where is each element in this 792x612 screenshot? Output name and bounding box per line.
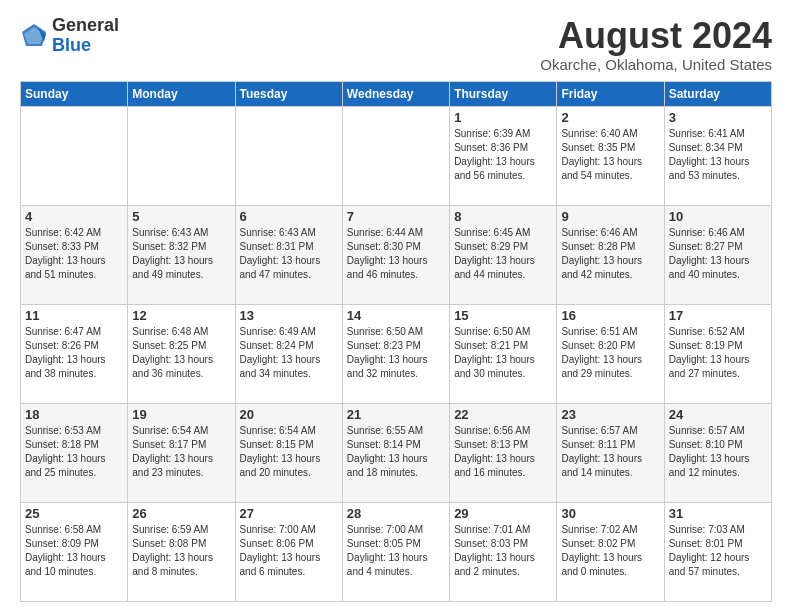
logo: General Blue	[20, 16, 119, 56]
day-info: Sunrise: 6:56 AM Sunset: 8:13 PM Dayligh…	[454, 424, 552, 480]
day-info: Sunrise: 6:55 AM Sunset: 8:14 PM Dayligh…	[347, 424, 445, 480]
day-number: 25	[25, 506, 123, 521]
day-number: 5	[132, 209, 230, 224]
calendar-body: 1Sunrise: 6:39 AM Sunset: 8:36 PM Daylig…	[21, 106, 772, 601]
day-number: 23	[561, 407, 659, 422]
weekday-header-sunday: Sunday	[21, 81, 128, 106]
calendar-cell: 6Sunrise: 6:43 AM Sunset: 8:31 PM Daylig…	[235, 205, 342, 304]
calendar-cell	[21, 106, 128, 205]
header: General Blue August 2024 Okarche, Oklaho…	[20, 16, 772, 73]
calendar-cell: 4Sunrise: 6:42 AM Sunset: 8:33 PM Daylig…	[21, 205, 128, 304]
day-info: Sunrise: 6:49 AM Sunset: 8:24 PM Dayligh…	[240, 325, 338, 381]
day-number: 13	[240, 308, 338, 323]
calendar-cell: 20Sunrise: 6:54 AM Sunset: 8:15 PM Dayli…	[235, 403, 342, 502]
calendar-cell: 18Sunrise: 6:53 AM Sunset: 8:18 PM Dayli…	[21, 403, 128, 502]
day-info: Sunrise: 6:57 AM Sunset: 8:10 PM Dayligh…	[669, 424, 767, 480]
day-number: 8	[454, 209, 552, 224]
week-row-5: 25Sunrise: 6:58 AM Sunset: 8:09 PM Dayli…	[21, 502, 772, 601]
calendar-cell: 25Sunrise: 6:58 AM Sunset: 8:09 PM Dayli…	[21, 502, 128, 601]
calendar-cell: 10Sunrise: 6:46 AM Sunset: 8:27 PM Dayli…	[664, 205, 771, 304]
day-number: 14	[347, 308, 445, 323]
weekday-header-monday: Monday	[128, 81, 235, 106]
day-info: Sunrise: 6:40 AM Sunset: 8:35 PM Dayligh…	[561, 127, 659, 183]
calendar-cell: 11Sunrise: 6:47 AM Sunset: 8:26 PM Dayli…	[21, 304, 128, 403]
calendar-cell	[342, 106, 449, 205]
weekday-header-wednesday: Wednesday	[342, 81, 449, 106]
day-number: 21	[347, 407, 445, 422]
calendar-cell: 29Sunrise: 7:01 AM Sunset: 8:03 PM Dayli…	[450, 502, 557, 601]
day-info: Sunrise: 6:48 AM Sunset: 8:25 PM Dayligh…	[132, 325, 230, 381]
main-title: August 2024	[540, 16, 772, 56]
day-info: Sunrise: 6:59 AM Sunset: 8:08 PM Dayligh…	[132, 523, 230, 579]
day-number: 6	[240, 209, 338, 224]
calendar-cell: 5Sunrise: 6:43 AM Sunset: 8:32 PM Daylig…	[128, 205, 235, 304]
calendar-header: SundayMondayTuesdayWednesdayThursdayFrid…	[21, 81, 772, 106]
day-info: Sunrise: 6:39 AM Sunset: 8:36 PM Dayligh…	[454, 127, 552, 183]
day-info: Sunrise: 7:00 AM Sunset: 8:06 PM Dayligh…	[240, 523, 338, 579]
calendar-cell	[235, 106, 342, 205]
calendar-cell: 23Sunrise: 6:57 AM Sunset: 8:11 PM Dayli…	[557, 403, 664, 502]
day-number: 1	[454, 110, 552, 125]
day-number: 4	[25, 209, 123, 224]
weekday-row: SundayMondayTuesdayWednesdayThursdayFrid…	[21, 81, 772, 106]
calendar-cell: 14Sunrise: 6:50 AM Sunset: 8:23 PM Dayli…	[342, 304, 449, 403]
calendar-cell: 21Sunrise: 6:55 AM Sunset: 8:14 PM Dayli…	[342, 403, 449, 502]
day-info: Sunrise: 6:58 AM Sunset: 8:09 PM Dayligh…	[25, 523, 123, 579]
day-number: 2	[561, 110, 659, 125]
day-info: Sunrise: 6:46 AM Sunset: 8:27 PM Dayligh…	[669, 226, 767, 282]
calendar-cell: 27Sunrise: 7:00 AM Sunset: 8:06 PM Dayli…	[235, 502, 342, 601]
calendar-cell: 9Sunrise: 6:46 AM Sunset: 8:28 PM Daylig…	[557, 205, 664, 304]
day-info: Sunrise: 6:57 AM Sunset: 8:11 PM Dayligh…	[561, 424, 659, 480]
day-info: Sunrise: 6:46 AM Sunset: 8:28 PM Dayligh…	[561, 226, 659, 282]
day-info: Sunrise: 6:47 AM Sunset: 8:26 PM Dayligh…	[25, 325, 123, 381]
day-info: Sunrise: 6:44 AM Sunset: 8:30 PM Dayligh…	[347, 226, 445, 282]
calendar-cell: 22Sunrise: 6:56 AM Sunset: 8:13 PM Dayli…	[450, 403, 557, 502]
weekday-header-friday: Friday	[557, 81, 664, 106]
day-number: 3	[669, 110, 767, 125]
day-number: 16	[561, 308, 659, 323]
logo-icon	[20, 22, 48, 50]
calendar-cell: 7Sunrise: 6:44 AM Sunset: 8:30 PM Daylig…	[342, 205, 449, 304]
day-info: Sunrise: 7:03 AM Sunset: 8:01 PM Dayligh…	[669, 523, 767, 579]
week-row-2: 4Sunrise: 6:42 AM Sunset: 8:33 PM Daylig…	[21, 205, 772, 304]
day-number: 26	[132, 506, 230, 521]
calendar-cell: 30Sunrise: 7:02 AM Sunset: 8:02 PM Dayli…	[557, 502, 664, 601]
day-number: 15	[454, 308, 552, 323]
logo-general: General	[52, 15, 119, 35]
day-number: 28	[347, 506, 445, 521]
day-info: Sunrise: 7:02 AM Sunset: 8:02 PM Dayligh…	[561, 523, 659, 579]
day-number: 18	[25, 407, 123, 422]
day-number: 19	[132, 407, 230, 422]
day-info: Sunrise: 6:43 AM Sunset: 8:31 PM Dayligh…	[240, 226, 338, 282]
week-row-4: 18Sunrise: 6:53 AM Sunset: 8:18 PM Dayli…	[21, 403, 772, 502]
day-info: Sunrise: 6:52 AM Sunset: 8:19 PM Dayligh…	[669, 325, 767, 381]
day-info: Sunrise: 6:42 AM Sunset: 8:33 PM Dayligh…	[25, 226, 123, 282]
weekday-header-thursday: Thursday	[450, 81, 557, 106]
calendar-cell: 24Sunrise: 6:57 AM Sunset: 8:10 PM Dayli…	[664, 403, 771, 502]
calendar-cell: 17Sunrise: 6:52 AM Sunset: 8:19 PM Dayli…	[664, 304, 771, 403]
week-row-1: 1Sunrise: 6:39 AM Sunset: 8:36 PM Daylig…	[21, 106, 772, 205]
calendar-cell: 15Sunrise: 6:50 AM Sunset: 8:21 PM Dayli…	[450, 304, 557, 403]
calendar-cell: 13Sunrise: 6:49 AM Sunset: 8:24 PM Dayli…	[235, 304, 342, 403]
day-info: Sunrise: 7:01 AM Sunset: 8:03 PM Dayligh…	[454, 523, 552, 579]
day-info: Sunrise: 6:50 AM Sunset: 8:21 PM Dayligh…	[454, 325, 552, 381]
day-number: 11	[25, 308, 123, 323]
day-info: Sunrise: 6:53 AM Sunset: 8:18 PM Dayligh…	[25, 424, 123, 480]
title-block: August 2024 Okarche, Oklahoma, United St…	[540, 16, 772, 73]
day-info: Sunrise: 6:41 AM Sunset: 8:34 PM Dayligh…	[669, 127, 767, 183]
day-number: 20	[240, 407, 338, 422]
day-number: 22	[454, 407, 552, 422]
calendar-cell: 2Sunrise: 6:40 AM Sunset: 8:35 PM Daylig…	[557, 106, 664, 205]
day-info: Sunrise: 6:50 AM Sunset: 8:23 PM Dayligh…	[347, 325, 445, 381]
day-number: 10	[669, 209, 767, 224]
logo-blue: Blue	[52, 35, 91, 55]
day-info: Sunrise: 7:00 AM Sunset: 8:05 PM Dayligh…	[347, 523, 445, 579]
weekday-header-tuesday: Tuesday	[235, 81, 342, 106]
logo-text: General Blue	[52, 16, 119, 56]
calendar-cell: 16Sunrise: 6:51 AM Sunset: 8:20 PM Dayli…	[557, 304, 664, 403]
calendar-cell: 1Sunrise: 6:39 AM Sunset: 8:36 PM Daylig…	[450, 106, 557, 205]
day-number: 9	[561, 209, 659, 224]
page: General Blue August 2024 Okarche, Oklaho…	[0, 0, 792, 612]
week-row-3: 11Sunrise: 6:47 AM Sunset: 8:26 PM Dayli…	[21, 304, 772, 403]
day-number: 12	[132, 308, 230, 323]
